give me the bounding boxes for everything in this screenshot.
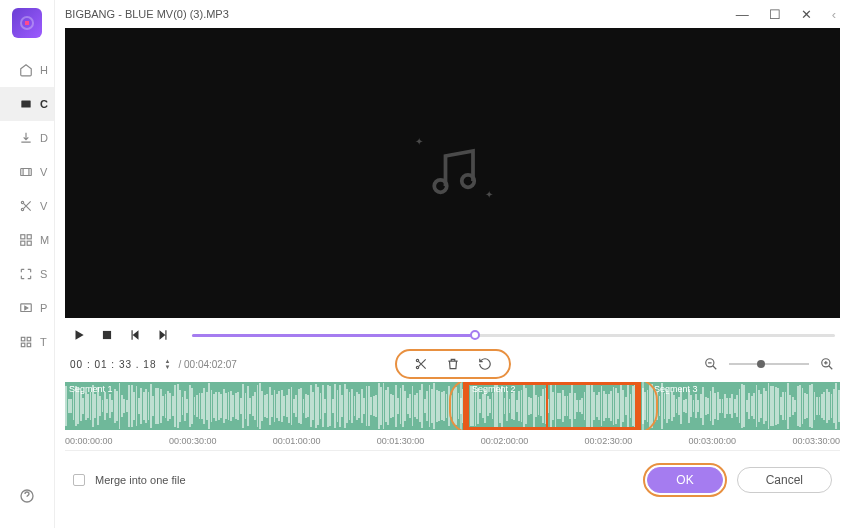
apps-icon [18,334,34,350]
svg-rect-9 [21,337,25,341]
zoom-controls [703,356,835,372]
segment-label: Segment 3 [654,384,698,394]
close-button[interactable]: ✕ [797,7,816,22]
nav-merge[interactable]: M [0,223,54,257]
minimize-button[interactable]: ― [732,7,753,22]
scissors-icon [18,198,34,214]
zoom-out-button[interactable] [703,356,719,372]
current-time-input[interactable]: 00 : 01 : 33 . 18 [70,359,157,370]
svg-point-3 [21,208,23,210]
main-panel: BIGBANG - BLUE MV(0) (3).MP3 ― ☐ ✕ ‹ ✦ ✦ [55,0,850,528]
svg-rect-11 [21,343,25,347]
window-title: BIGBANG - BLUE MV(0) (3).MP3 [65,8,229,20]
next-button[interactable] [154,326,172,344]
nav-download[interactable]: D [0,121,54,155]
svg-rect-0 [21,101,30,108]
expand-icon [18,266,34,282]
time-ruler: 00:00:00:00 00:00:30:00 00:01:00:00 00:0… [65,430,840,451]
waveform[interactable]: Segment 1 Segment 2 Segment 3 [65,382,840,430]
time-stepper[interactable]: ▲▼ [165,358,171,370]
segment-label: Segment 2 [472,384,516,394]
split-button[interactable] [413,356,429,372]
nav-label: D [40,132,48,144]
nav-label: C [40,98,48,110]
ruler-tick: 00:03:30:00 [792,436,840,446]
nav-label: V [40,200,47,212]
video-icon [18,164,34,180]
nav-label: M [40,234,49,246]
nav-home[interactable]: H [0,53,54,87]
segment-label: Segment 1 [69,384,113,394]
nav-video[interactable]: V [0,155,54,189]
duration-label: / 00:04:02:07 [178,359,236,370]
waveform-area: Segment 1 Segment 2 Segment 3 00:00:00:0… [65,382,840,451]
nav-player[interactable]: P [0,291,54,325]
delete-button[interactable] [445,356,461,372]
svg-rect-10 [27,337,31,341]
convert-icon [18,96,34,112]
svg-point-15 [461,175,474,188]
collapse-button[interactable]: ‹ [828,7,840,22]
footer-bar: Merge into one file OK Cancel [55,451,850,509]
maximize-button[interactable]: ☐ [765,7,785,22]
nav-screen[interactable]: S [0,257,54,291]
ruler-tick: 00:00:30:00 [169,436,217,446]
stop-button[interactable] [98,326,116,344]
ruler-tick: 00:03:00:00 [689,436,737,446]
nav-label: T [40,336,47,348]
sidebar: H C D V V M S P T [0,0,55,528]
transport-bar [55,318,850,352]
progress-slider[interactable] [192,334,835,337]
nav-label: S [40,268,47,280]
help-button[interactable] [0,479,54,513]
music-placeholder-icon: ✦ ✦ [423,141,483,205]
svg-rect-1 [21,169,32,176]
time-toolbar: 00 : 01 : 33 . 18 ▲▼ / 00:04:02:07 [55,352,850,376]
segment-divider[interactable] [460,382,462,430]
svg-rect-4 [21,235,25,239]
ruler-tick: 00:01:00:00 [273,436,321,446]
svg-rect-12 [27,343,31,347]
zoom-in-button[interactable] [819,356,835,372]
prev-button[interactable] [126,326,144,344]
ruler-tick: 00:02:00:00 [481,436,529,446]
svg-rect-6 [21,241,25,245]
playhead[interactable] [546,382,548,430]
grid-icon [18,232,34,248]
ok-button[interactable]: OK [647,467,722,493]
svg-rect-16 [103,331,111,339]
cancel-button[interactable]: Cancel [737,467,832,493]
app-logo [12,8,42,38]
zoom-slider[interactable] [729,363,809,365]
svg-point-17 [416,359,418,361]
nav-cut[interactable]: V [0,189,54,223]
svg-rect-7 [27,241,31,245]
merge-label: Merge into one file [95,474,186,486]
svg-rect-5 [27,235,31,239]
tv-icon [18,300,34,316]
segment-divider[interactable] [642,382,644,430]
edit-tools-group [395,349,511,379]
nav-label: H [40,64,48,76]
ruler-tick: 00:00:00:00 [65,436,113,446]
ruler-tick: 00:02:30:00 [585,436,633,446]
nav-toolbox[interactable]: T [0,325,54,359]
nav-label: P [40,302,47,314]
preview-area: ✦ ✦ [65,28,840,318]
titlebar: BIGBANG - BLUE MV(0) (3).MP3 ― ☐ ✕ ‹ [55,0,850,28]
svg-point-14 [434,180,447,193]
annotation-oval: OK [643,463,726,497]
svg-point-18 [416,366,418,368]
nav-convert[interactable]: C [0,87,54,121]
merge-checkbox[interactable] [73,474,85,486]
svg-point-2 [21,201,23,203]
ruler-tick: 00:01:30:00 [377,436,425,446]
download-icon [18,130,34,146]
reset-button[interactable] [477,356,493,372]
home-icon [18,62,34,78]
play-button[interactable] [70,326,88,344]
nav-label: V [40,166,47,178]
